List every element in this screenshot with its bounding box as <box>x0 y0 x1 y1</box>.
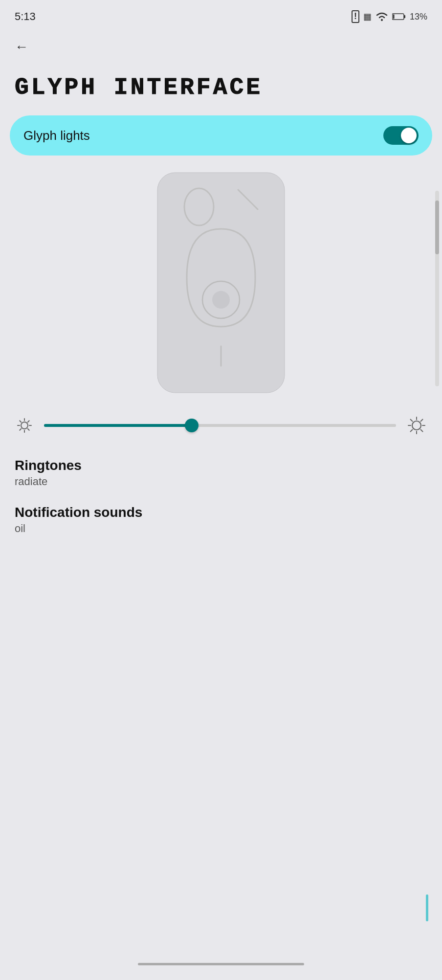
svg-point-0 <box>381 19 383 21</box>
svg-point-8 <box>212 291 230 309</box>
scrollbar-thumb[interactable] <box>435 200 439 254</box>
svg-line-15 <box>20 421 21 422</box>
svg-rect-2 <box>404 15 405 18</box>
glyph-lights-toggle[interactable] <box>383 126 419 145</box>
svg-line-16 <box>28 429 29 430</box>
back-button[interactable]: ← <box>0 29 442 60</box>
page-title: GLYPH INTERFACE <box>15 74 427 101</box>
svg-line-26 <box>421 420 423 422</box>
wifi-icon <box>376 12 388 22</box>
phone-svg <box>153 170 289 395</box>
notification-sounds-title: Notification sounds <box>15 505 427 520</box>
svg-line-18 <box>20 429 21 430</box>
notification-sounds-section[interactable]: Notification sounds oil <box>0 493 442 540</box>
status-time: 5:13 <box>15 10 36 23</box>
brightness-min-icon <box>15 416 34 435</box>
ringtones-title: Ringtones <box>15 458 427 473</box>
svg-line-27 <box>411 430 413 432</box>
battery-icon <box>392 13 406 21</box>
slider-thumb[interactable] <box>185 419 199 432</box>
ringtones-value: radiate <box>15 475 427 488</box>
svg-line-25 <box>421 430 423 432</box>
brightness-max-icon <box>406 415 427 436</box>
page-title-section: GLYPH INTERFACE <box>0 60 442 115</box>
svg-point-10 <box>21 422 28 429</box>
ringtones-section[interactable]: Ringtones radiate <box>0 446 442 493</box>
notification-scroll-indicator <box>426 894 428 921</box>
svg-rect-3 <box>393 15 394 19</box>
slider-fill <box>44 424 192 427</box>
svg-line-17 <box>28 421 29 422</box>
scrollbar-track <box>435 191 439 386</box>
alert-icon: ! <box>352 10 359 23</box>
svg-point-19 <box>412 421 421 430</box>
back-arrow-icon: ← <box>15 39 28 54</box>
glyph-lights-card: Glyph lights <box>10 115 432 156</box>
phone-illustration <box>0 170 442 395</box>
battery-percent: 13% <box>410 12 427 22</box>
svg-line-24 <box>411 420 413 422</box>
brightness-slider[interactable] <box>44 424 396 427</box>
calendar-icon: ▦ <box>363 11 372 22</box>
glyph-lights-label: Glyph lights <box>23 128 90 143</box>
bottom-scroll-bar <box>138 963 304 965</box>
toggle-knob <box>401 128 417 143</box>
brightness-slider-row <box>0 405 442 446</box>
status-bar: 5:13 ! ▦ 13% <box>0 0 442 29</box>
status-icons: ! ▦ 13% <box>352 10 427 23</box>
notification-sounds-value: oil <box>15 522 427 535</box>
